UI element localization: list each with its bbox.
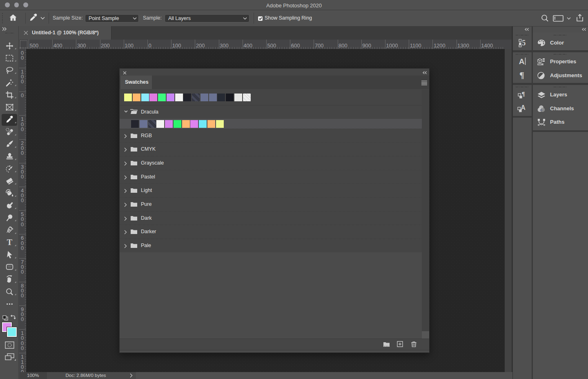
svg-text:5: 5: [522, 39, 526, 47]
svg-text:¶: ¶: [519, 70, 524, 80]
svg-text:¶: ¶: [521, 91, 525, 97]
svg-text:T: T: [7, 238, 13, 247]
svg-text:A: A: [519, 57, 524, 66]
